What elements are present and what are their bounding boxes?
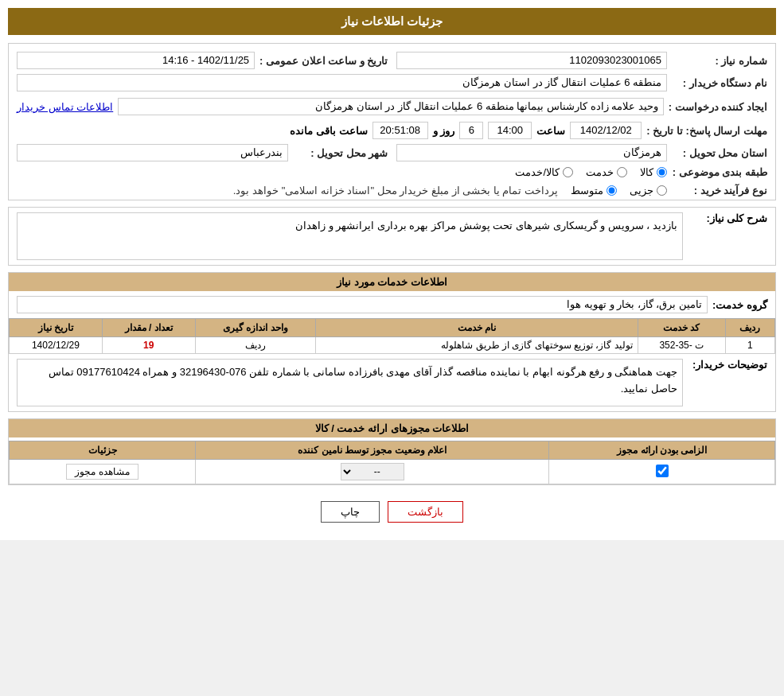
purchase-jozi-option[interactable]: جزیی: [630, 185, 667, 196]
buyer-notes-label: توضیحات خریدار:: [688, 359, 767, 371]
deadline-days-label: روز و: [433, 125, 455, 137]
perm-col-details: جزئیات: [10, 441, 196, 460]
col-qty: تعداد / مقدار: [102, 319, 195, 337]
purchase-mota-option[interactable]: متوسط: [571, 185, 617, 196]
category-kala-option[interactable]: کالا: [640, 166, 667, 178]
page-title: جزئیات اطلاعات نیاز: [8, 8, 776, 35]
need-desc-text: بازدید ، سرویس و گریسکاری شیرهای تحت پوش…: [17, 212, 683, 260]
permissions-table: الزامی بودن ارائه مجوز اعلام وضعیت مجوز …: [9, 441, 775, 484]
city-value: بندرعباس: [17, 144, 288, 161]
deadline-label: مهلت ارسال پاسخ: تا تاریخ :: [646, 125, 767, 137]
col-row: ردیف: [725, 319, 774, 337]
perm-status-select[interactable]: --: [341, 463, 404, 480]
deadline-date: 1402/12/02: [570, 122, 642, 139]
deadline-days: 6: [459, 122, 483, 139]
buyer-value: منطقه 6 عملیات انتقال گاز در استان هرمزگ…: [17, 74, 667, 91]
cell-row: 1: [725, 337, 774, 354]
deadline-time: 14:00: [488, 122, 532, 139]
perm-status-cell[interactable]: --: [196, 460, 549, 484]
perm-required-checkbox[interactable]: [656, 465, 669, 477]
cell-code: ت -35-352: [638, 337, 725, 354]
purchase-jozi-radio[interactable]: [657, 185, 667, 196]
category-khedmat-radio[interactable]: [617, 167, 627, 177]
category-khedmat-label: خدمت: [586, 166, 614, 178]
col-date: تاریخ نیاز: [10, 319, 103, 337]
view-permit-button[interactable]: مشاهده مجوز: [66, 464, 138, 480]
cell-qty: 19: [102, 337, 195, 354]
province-label: استان محل تحویل :: [672, 147, 767, 159]
category-both-radio[interactable]: [563, 167, 573, 177]
permissions-section-title: اطلاعات مجوزهای ارائه خدمت / کالا: [9, 419, 775, 437]
contact-link[interactable]: اطلاعات تماس خریدار: [17, 101, 113, 113]
category-kala-radio[interactable]: [657, 167, 667, 177]
list-item: -- مشاهده مجوز: [10, 460, 775, 484]
category-kala-label: کالا: [640, 166, 653, 178]
purchase-jozi-label: جزیی: [630, 185, 653, 196]
service-group-value: تامین برق، گاز، بخار و تهویه هوا: [17, 296, 708, 313]
cell-name: تولید گاز، توزیع سوختهای گازی از طریق شا…: [315, 337, 638, 354]
col-unit: واحد اندازه گیری: [195, 319, 315, 337]
purchase-mota-radio[interactable]: [607, 185, 617, 196]
cell-date: 1402/12/29: [10, 337, 103, 354]
date-label: تاریخ و ساعت اعلان عمومی :: [259, 55, 388, 67]
back-button[interactable]: بازگشت: [388, 501, 463, 523]
purchase-mota-label: متوسط: [571, 185, 603, 196]
bottom-buttons: بازگشت چاپ: [8, 492, 776, 532]
cell-unit: ردیف: [195, 337, 315, 354]
print-button[interactable]: چاپ: [321, 501, 380, 523]
service-group-label: گروه خدمت:: [712, 299, 767, 311]
deadline-time-label: ساعت: [536, 125, 565, 137]
category-both-option[interactable]: کالا/خدمت: [515, 166, 573, 178]
date-value: 1402/11/25 - 14:16: [17, 52, 255, 69]
need-number-value: 1102093023001065: [396, 52, 668, 69]
col-name: نام خدمت: [315, 319, 638, 337]
services-section-title: اطلاعات خدمات مورد نیاز: [9, 273, 775, 291]
perm-col-status: اعلام وضعیت مجوز توسط نامین کننده: [196, 441, 549, 460]
services-table: ردیف کد خدمت نام خدمت واحد اندازه گیری ت…: [9, 318, 775, 354]
buyer-notes-text: جهت هماهنگی و رفع هرگونه ابهام با نمایند…: [17, 359, 683, 406]
purchase-type-label: نوع فرآیند خرید :: [672, 185, 767, 196]
deadline-remaining-label: ساعت باقی مانده: [290, 125, 367, 137]
need-number-label: شماره نیاز :: [672, 55, 767, 67]
city-label: شهر محل تحویل :: [293, 147, 388, 159]
perm-col-required: الزامی بودن ارائه مجوز: [549, 441, 775, 460]
perm-details-cell: مشاهده مجوز: [10, 460, 196, 484]
category-khedmat-option[interactable]: خدمت: [586, 166, 627, 178]
col-code: کد خدمت: [638, 319, 725, 337]
creator-value: وحید علامه زاده کارشناس بیمانها منطقه 6 …: [118, 98, 664, 115]
purchase-note: پرداخت تمام یا بخشی از مبلغ خریدار محل "…: [233, 185, 558, 196]
category-label: طبقه بندی موضوعی :: [672, 166, 767, 178]
category-both-label: کالا/خدمت: [515, 166, 560, 178]
creator-label: ایجاد کننده درخواست :: [669, 101, 767, 113]
perm-required-cell: [549, 460, 775, 484]
need-desc-label: شرح کلی نیاز:: [688, 212, 767, 224]
province-value: هرمزگان: [396, 144, 668, 161]
buyer-label: نام دستگاه خریدار :: [672, 77, 767, 89]
table-row: 1 ت -35-352 تولید گاز، توزیع سوختهای گاز…: [10, 337, 775, 354]
deadline-remaining: 20:51:08: [372, 122, 428, 139]
